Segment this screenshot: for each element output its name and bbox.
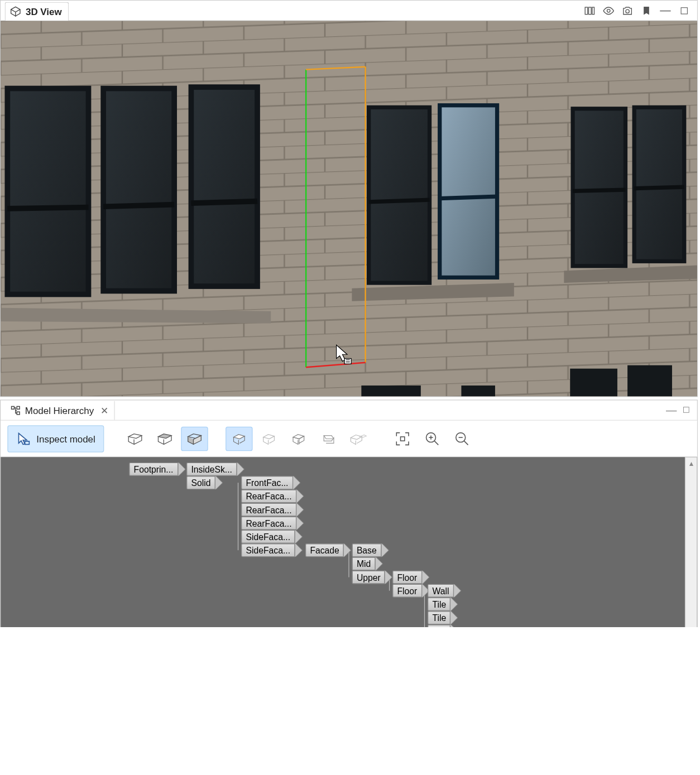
svg-line-28 [573, 190, 625, 191]
svg-line-19 [7, 207, 88, 208]
svg-rect-1 [589, 7, 592, 14]
tree-node-label: Base [352, 543, 381, 557]
tree-node-solid[interactable]: Solid [186, 476, 222, 489]
3d-view-tab[interactable]: 3D View [4, 2, 69, 21]
chevron-right-icon [451, 624, 458, 627]
tree-node-sidefaca1[interactable]: SideFaca... [241, 530, 302, 543]
tree-node-frontfac[interactable]: FrontFac... [241, 476, 300, 489]
fit-extent-button[interactable] [389, 426, 416, 451]
svg-rect-30 [361, 386, 420, 396]
maximize-icon[interactable] [678, 4, 691, 17]
inspect-model-button[interactable]: Inspect model [7, 425, 104, 452]
tree-node-label: Mid [352, 557, 375, 570]
3d-viewport[interactable] [1, 21, 697, 397]
svg-rect-43 [17, 406, 20, 409]
svg-rect-33 [627, 365, 672, 397]
display-mode-1-button[interactable] [226, 426, 252, 451]
tree-node-mid[interactable]: Mid [352, 557, 382, 570]
chevron-right-icon [237, 463, 243, 476]
model-hierarchy-tree[interactable]: Footprin...InsideSk...SolidFrontFac...Re… [1, 457, 697, 627]
svg-line-25 [440, 196, 497, 199]
chevron-right-icon [451, 611, 458, 624]
svg-line-21 [191, 201, 257, 204]
chevron-right-icon [422, 570, 429, 584]
views-icon[interactable] [583, 4, 596, 17]
zoom-in-button[interactable] [419, 426, 445, 451]
svg-rect-39 [344, 359, 351, 364]
svg-rect-31 [461, 386, 495, 396]
cube-icon [9, 5, 22, 17]
tree-node-rearfaca3[interactable]: RearFaca... [241, 517, 303, 530]
tree-node-label: Tile [428, 598, 451, 611]
model-hierarchy-tab[interactable]: Model Hierarchy ✕ [4, 401, 114, 420]
tree-node-label: Upper [352, 570, 385, 584]
tree-node-upper[interactable]: Upper [352, 570, 392, 584]
svg-rect-23 [440, 105, 497, 278]
zoom-out-button[interactable] [449, 426, 476, 451]
tree-node-label: Footprin... [129, 463, 178, 476]
display-mode-3-button[interactable] [285, 426, 312, 451]
svg-rect-42 [12, 406, 15, 409]
bookmark-icon[interactable] [640, 4, 653, 17]
tree-node-tile3[interactable]: Tile [428, 624, 458, 627]
3d-view-title-icons: — [583, 4, 693, 17]
tree-node-label: RearFaca... [241, 503, 296, 516]
chevron-right-icon [451, 598, 458, 611]
box-mode-2-button[interactable] [151, 426, 178, 451]
model-hierarchy-toolbar: Inspect model [1, 421, 697, 457]
tree-icon [10, 405, 21, 415]
tree-node-rearfaca2[interactable]: RearFaca... [241, 503, 303, 516]
box-mode-3-button[interactable] [181, 426, 208, 451]
tree-node-label: Wall [428, 584, 454, 598]
tree-node-sidefaca2[interactable]: SideFaca... [241, 543, 302, 557]
inspect-model-label: Inspect model [36, 433, 95, 444]
tree-node-floor1[interactable]: Floor [392, 570, 429, 584]
svg-rect-2 [592, 7, 594, 14]
display-mode-4-button[interactable] [315, 426, 342, 451]
tree-node-label: Facade [305, 543, 344, 557]
svg-rect-27 [634, 107, 684, 261]
camera-icon[interactable] [621, 4, 634, 17]
chevron-right-icon [381, 543, 388, 557]
chevron-right-icon [295, 530, 301, 543]
display-mode-5-button[interactable] [344, 426, 371, 451]
tree-node-tile1[interactable]: Tile [428, 598, 458, 611]
3d-view-panel: 3D View — [0, 0, 698, 397]
svg-rect-16 [7, 89, 88, 295]
model-hierarchy-titlebar: Model Hierarchy ✕ — [1, 401, 697, 421]
close-icon[interactable]: ✕ [100, 405, 109, 415]
tree-node-label: Solid [186, 476, 215, 489]
vertical-scrollbar[interactable]: ▲ ▼ [685, 457, 697, 627]
box-mode-1-button[interactable] [122, 426, 148, 451]
svg-rect-44 [17, 411, 20, 414]
svg-point-4 [626, 9, 629, 12]
chevron-right-icon [215, 476, 222, 489]
tree-node-insidesk[interactable]: InsideSk... [186, 463, 243, 476]
tree-node-rearfaca1[interactable]: RearFaca... [241, 489, 303, 503]
minimize-icon[interactable]: — [659, 4, 672, 17]
eye-icon[interactable] [602, 4, 615, 17]
svg-rect-18 [191, 87, 257, 286]
tree-node-facade[interactable]: Facade [305, 543, 351, 557]
svg-line-24 [369, 200, 430, 202]
3d-view-title: 3D View [26, 6, 62, 16]
tree-node-wall0[interactable]: Wall [428, 584, 461, 598]
chevron-right-icon [296, 517, 303, 530]
tree-node-label: Floor [392, 584, 422, 598]
svg-point-3 [607, 9, 610, 12]
minimize-icon[interactable]: — [666, 404, 677, 416]
chevron-right-icon [385, 570, 392, 584]
svg-line-29 [634, 187, 684, 188]
maximize-icon[interactable] [682, 405, 691, 415]
svg-rect-47 [401, 436, 405, 440]
tree-node-tile2[interactable]: Tile [428, 611, 458, 624]
display-mode-2-button[interactable] [256, 426, 282, 451]
scroll-up-icon[interactable]: ▲ [685, 457, 697, 469]
tree-node-footprint[interactable]: Footprin... [129, 463, 185, 476]
tree-node-floor2[interactable]: Floor [392, 584, 429, 598]
svg-line-20 [103, 205, 174, 207]
tree-node-base[interactable]: Base [352, 543, 388, 557]
3d-view-titlebar: 3D View — [1, 1, 697, 21]
model-hierarchy-panel: Model Hierarchy ✕ — Inspect model Footpr… [0, 399, 698, 627]
tree-node-label: SideFaca... [241, 530, 295, 543]
